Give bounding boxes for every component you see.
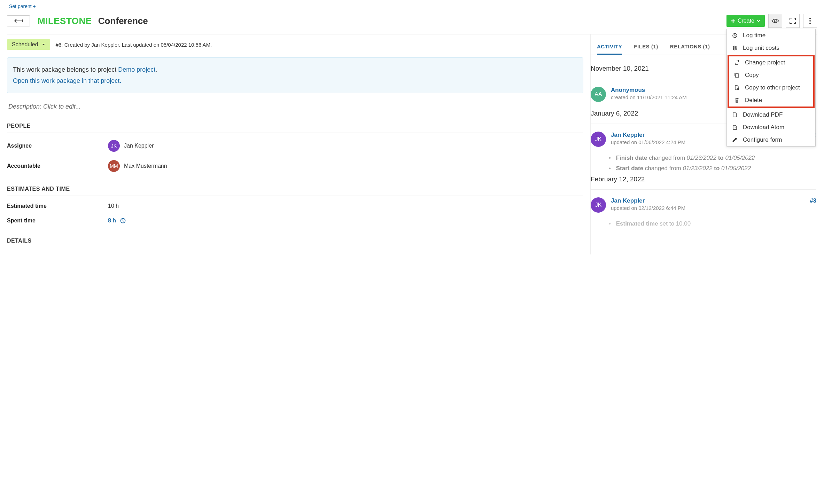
tab-relations[interactable]: RELATIONS (1) [670, 39, 710, 55]
estimated-value[interactable]: 10 h [108, 203, 119, 209]
header: MILESTONE Conference Create [7, 9, 817, 34]
work-package-type: MILESTONE [38, 16, 92, 26]
fullscreen-button[interactable] [786, 14, 800, 28]
tab-files[interactable]: FILES (1) [634, 39, 658, 55]
svg-point-2 [809, 20, 811, 22]
svg-point-7 [737, 88, 739, 90]
info-text: This work package belongs to project [13, 66, 118, 73]
menu-copy[interactable]: Copy [729, 69, 813, 81]
change-item: Estimated time set to 10.00 [609, 220, 816, 227]
menu-copy-to-other-project[interactable]: Copy to other project [729, 81, 813, 94]
menu-delete[interactable]: Delete [729, 94, 813, 107]
set-parent-link[interactable]: Set parent + [9, 3, 36, 9]
menu-log-time[interactable]: Log time [727, 29, 815, 42]
eye-icon [771, 18, 779, 23]
svg-point-3 [809, 23, 811, 24]
set-parent-label: Set parent [9, 3, 32, 9]
section-details: DETAILS [7, 238, 583, 247]
accountable-name: Max Mustermann [124, 163, 167, 169]
plus-icon [731, 18, 736, 23]
spent-label: Spent time [7, 218, 108, 224]
accountable-label: Accountable [7, 163, 108, 169]
back-button[interactable] [7, 15, 30, 26]
pdf-icon [732, 112, 738, 118]
more-actions-menu: Log time Log unit costs Change project C… [726, 29, 816, 147]
menu-configure-form[interactable]: Configure form [727, 134, 815, 146]
clock-icon [732, 33, 738, 38]
activity-meta: updated on 02/12/2022 6:44 PM [611, 205, 805, 211]
work-package-meta: #6: Created by Jan Keppler. Last updated… [56, 42, 212, 48]
activity-anchor[interactable]: #3 [810, 197, 816, 204]
watch-button[interactable] [768, 14, 782, 28]
change-list: Finish date changed from 01/23/2022 to 0… [609, 155, 816, 172]
svg-rect-6 [736, 74, 739, 77]
svg-point-0 [774, 20, 776, 22]
project-link[interactable]: Demo project [118, 66, 155, 73]
tab-activity[interactable]: ACTIVITY [597, 39, 622, 55]
activity-date-group: February 12, 2022 [591, 175, 816, 190]
activity-user[interactable]: Jan Keppler [611, 197, 805, 204]
avatar: MM [108, 160, 120, 172]
estimated-label: Estimated time [7, 203, 108, 209]
menu-log-unit-costs[interactable]: Log unit costs [727, 42, 815, 54]
chevron-down-icon [756, 19, 761, 22]
work-package-title[interactable]: Conference [98, 16, 148, 26]
description-field[interactable]: Description: Click to edit... [8, 103, 583, 110]
avatar: JK [591, 197, 606, 213]
plus-icon: + [33, 3, 36, 9]
trash-icon [734, 97, 740, 103]
highlighted-menu-group: Change project Copy Copy to other projec… [728, 55, 815, 108]
section-estimates: ESTIMATES AND TIME [7, 186, 583, 196]
clock-icon [120, 218, 126, 223]
spent-time-link: 8 h [108, 218, 116, 224]
more-actions-button[interactable] [803, 14, 817, 28]
wrench-icon [732, 137, 738, 143]
section-people: PEOPLE [7, 123, 583, 133]
assignee-value[interactable]: JK Jan Keppler [108, 140, 154, 152]
create-label: Create [738, 18, 754, 24]
menu-download-atom[interactable]: Download Atom [727, 121, 815, 134]
change-item: Finish date changed from 01/23/2022 to 0… [609, 155, 816, 162]
avatar: JK [591, 132, 606, 147]
activity-pane: ACTIVITY FILES (1) RELATIONS (1) Novembe… [591, 34, 817, 254]
avatar: AA [591, 87, 606, 102]
avatar: JK [108, 140, 120, 152]
activity-entry: JK Jan Keppler updated on 02/12/2022 6:4… [591, 197, 816, 213]
menu-download-pdf[interactable]: Download PDF [727, 109, 815, 121]
details-pane: Scheduled #6: Created by Jan Keppler. La… [7, 34, 591, 254]
expand-icon [790, 18, 796, 24]
change-list: Estimated time set to 10.00 [609, 220, 816, 227]
copy-icon [734, 72, 740, 78]
document-copy-icon [734, 85, 740, 90]
create-button[interactable]: Create [726, 15, 765, 27]
share-icon [734, 60, 740, 65]
svg-point-1 [809, 18, 811, 19]
status-label: Scheduled [12, 41, 38, 48]
assignee-name: Jan Keppler [124, 143, 154, 149]
accountable-value[interactable]: MM Max Mustermann [108, 160, 167, 172]
project-info-box: This work package belongs to project Dem… [7, 57, 583, 93]
atom-icon [732, 125, 738, 130]
status-selector[interactable]: Scheduled [7, 39, 50, 50]
menu-change-project[interactable]: Change project [729, 56, 813, 69]
spent-value[interactable]: 8 h [108, 218, 126, 224]
kebab-icon [809, 18, 811, 24]
layers-icon [732, 45, 738, 51]
chevron-down-icon [42, 44, 45, 46]
open-in-project-link[interactable]: Open this work package in that project. [13, 77, 121, 84]
change-item: Start date changed from 01/23/2022 to 01… [609, 165, 816, 172]
back-arrow-icon [14, 18, 23, 23]
assignee-label: Assignee [7, 143, 108, 149]
